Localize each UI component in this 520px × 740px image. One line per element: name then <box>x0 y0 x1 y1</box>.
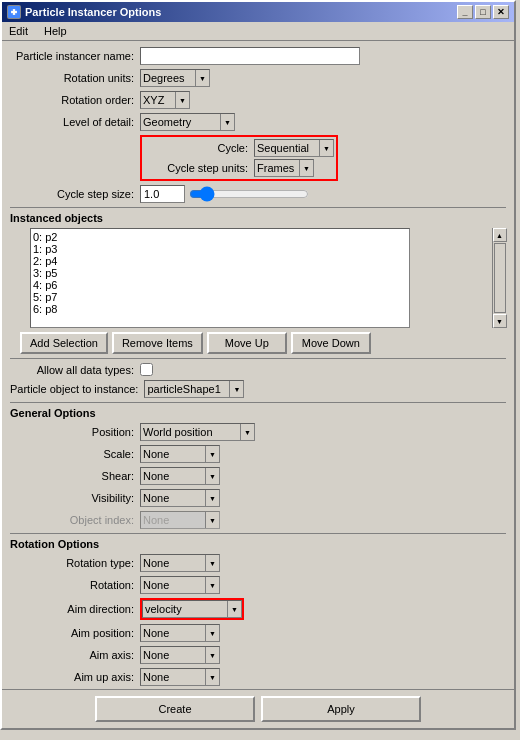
rotation-row: Rotation: None ▼ <box>10 576 506 594</box>
visibility-row: Visibility: None ▼ <box>10 489 506 507</box>
visibility-label: Visibility: <box>10 492 140 504</box>
cycle-step-units-label: Cycle step units: <box>144 162 254 174</box>
divider-4 <box>10 533 506 534</box>
position-row: Position: World position None ▼ <box>10 423 506 441</box>
aim-axis-row: Aim axis: None ▼ <box>10 646 506 664</box>
title-buttons: _ □ ✕ <box>457 5 509 19</box>
rotation-units-row: Rotation units: Degrees Radians ▼ <box>10 69 506 87</box>
rotation-units-select[interactable]: Degrees Radians <box>140 69 210 87</box>
particle-object-label: Particle object to instance: <box>10 383 144 395</box>
list-item[interactable]: 5: p7 <box>33 291 393 303</box>
svg-point-3 <box>15 9 17 11</box>
shear-row: Shear: None ▼ <box>10 467 506 485</box>
aim-position-select[interactable]: None <box>140 624 220 642</box>
divider-2 <box>10 358 506 359</box>
level-of-detail-label: Level of detail: <box>10 116 140 128</box>
cycle-step-size-row: Cycle step size: <box>10 185 506 203</box>
rotation-options-label: Rotation Options <box>10 538 506 550</box>
create-button[interactable]: Create <box>95 696 255 722</box>
cycle-step-units-select-wrapper: Frames Seconds ▼ <box>254 159 314 177</box>
rotation-units-label: Rotation units: <box>10 72 140 84</box>
level-of-detail-select-wrapper: Geometry Bounding Box ▼ <box>140 113 235 131</box>
particle-object-select-wrapper: particleShape1 ▼ <box>144 380 244 398</box>
list-item[interactable]: 2: p4 <box>33 255 393 267</box>
list-buttons-row: Add Selection Remove Items Move Up Move … <box>20 332 506 354</box>
minimize-button[interactable]: _ <box>457 5 473 19</box>
menu-edit[interactable]: Edit <box>6 24 31 38</box>
aim-direction-select[interactable]: velocity None <box>142 600 242 618</box>
allow-all-row: Allow all data types: <box>10 363 506 376</box>
scale-select-wrapper: None ▼ <box>140 445 220 463</box>
cycle-step-size-slider[interactable] <box>189 186 309 202</box>
rotation-type-select-wrapper: None ▼ <box>140 554 220 572</box>
aim-direction-label: Aim direction: <box>10 603 140 615</box>
position-select-wrapper: World position None ▼ <box>140 423 255 441</box>
aim-up-axis-select[interactable]: None <box>140 668 220 686</box>
instanced-objects-section-label: Instanced objects <box>10 212 506 224</box>
allow-all-checkbox[interactable] <box>140 363 153 376</box>
svg-point-4 <box>11 13 13 15</box>
list-item[interactable]: 1: p3 <box>33 243 393 255</box>
general-options-label: General Options <box>10 407 506 419</box>
svg-point-5 <box>15 13 17 15</box>
particle-instancer-name-input[interactable] <box>140 47 360 65</box>
cycle-label: Cycle: <box>144 142 254 154</box>
move-down-button[interactable]: Move Down <box>291 332 371 354</box>
rotation-units-select-wrapper: Degrees Radians ▼ <box>140 69 210 87</box>
cycle-step-size-label: Cycle step size: <box>10 188 140 200</box>
rotation-select[interactable]: None <box>140 576 220 594</box>
title-bar: Particle Instancer Options _ □ ✕ <box>2 2 514 22</box>
add-selection-button[interactable]: Add Selection <box>20 332 108 354</box>
scale-label: Scale: <box>10 448 140 460</box>
rotation-select-wrapper: None ▼ <box>140 576 220 594</box>
position-select[interactable]: World position None <box>140 423 255 441</box>
object-index-label: Object index: <box>10 514 140 526</box>
remove-items-button[interactable]: Remove Items <box>112 332 203 354</box>
particle-instancer-name-label: Particle instancer name: <box>10 50 140 62</box>
rotation-label: Rotation: <box>10 579 140 591</box>
rotation-order-select[interactable]: XYZ XZY YXZ <box>140 91 190 109</box>
shear-select[interactable]: None <box>140 467 220 485</box>
list-item[interactable]: 6: p8 <box>33 303 393 315</box>
cycle-select[interactable]: Sequential Random None <box>254 139 334 157</box>
close-button[interactable]: ✕ <box>493 5 509 19</box>
window-title: Particle Instancer Options <box>25 6 161 18</box>
main-window: Particle Instancer Options _ □ ✕ Edit He… <box>0 0 516 730</box>
divider-3 <box>10 402 506 403</box>
apply-button[interactable]: Apply <box>261 696 421 722</box>
list-item[interactable]: 3: p5 <box>33 267 393 279</box>
list-item[interactable]: 4: p6 <box>33 279 393 291</box>
position-label: Position: <box>10 426 140 438</box>
aim-position-select-wrapper: None ▼ <box>140 624 220 642</box>
cycle-highlight-box: Cycle: Sequential Random None ▼ Cycle st… <box>140 135 338 181</box>
instanced-objects-list[interactable]: 0: p2 1: p3 2: p4 3: p5 4: p6 5: p7 6: p… <box>30 228 410 328</box>
aim-position-label: Aim position: <box>10 627 140 639</box>
menu-help[interactable]: Help <box>41 24 70 38</box>
rotation-order-label: Rotation order: <box>10 94 140 106</box>
list-item[interactable]: 0: p2 <box>33 231 393 243</box>
aim-axis-select[interactable]: None <box>140 646 220 664</box>
object-index-select-wrapper: None ▼ <box>140 511 220 529</box>
particle-object-select[interactable]: particleShape1 <box>144 380 244 398</box>
svg-point-2 <box>11 9 13 11</box>
visibility-select-wrapper: None ▼ <box>140 489 220 507</box>
rotation-order-row: Rotation order: XYZ XZY YXZ ▼ <box>10 91 506 109</box>
scale-row: Scale: None ▼ <box>10 445 506 463</box>
list-scroll-up[interactable]: ▲ <box>493 228 507 242</box>
cycle-select-wrapper: Sequential Random None ▼ <box>254 139 334 157</box>
divider-1 <box>10 207 506 208</box>
cycle-section-row: Cycle: Sequential Random None ▼ Cycle st… <box>10 135 506 181</box>
list-scroll-down[interactable]: ▼ <box>493 314 507 328</box>
cycle-step-units-select[interactable]: Frames Seconds <box>254 159 314 177</box>
cycle-step-units-row: Cycle step units: Frames Seconds ▼ <box>144 159 334 177</box>
scale-select[interactable]: None <box>140 445 220 463</box>
cycle-step-size-input[interactable] <box>140 185 185 203</box>
aim-direction-row: Aim direction: velocity None ▼ <box>10 598 506 620</box>
visibility-select[interactable]: None <box>140 489 220 507</box>
rotation-type-select[interactable]: None <box>140 554 220 572</box>
object-index-select[interactable]: None <box>140 511 220 529</box>
list-scroll-thumb <box>494 243 506 313</box>
move-up-button[interactable]: Move Up <box>207 332 287 354</box>
level-of-detail-select[interactable]: Geometry Bounding Box <box>140 113 235 131</box>
maximize-button[interactable]: □ <box>475 5 491 19</box>
